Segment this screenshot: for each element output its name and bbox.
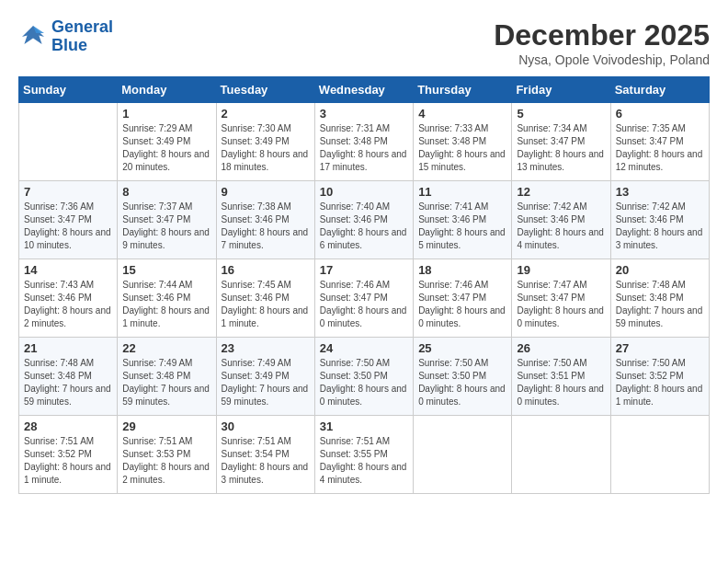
day-info: Sunrise: 7:29 AM Sunset: 3:49 PM Dayligh… — [122, 122, 210, 174]
day-info: Sunrise: 7:49 AM Sunset: 3:48 PM Dayligh… — [122, 357, 210, 408]
daylight-text: Daylight: 8 hours and 7 minutes. — [222, 227, 309, 250]
sunrise-text: Sunrise: 7:43 AM — [24, 280, 94, 290]
sunrise-text: Sunrise: 7:46 AM — [320, 280, 390, 290]
day-number: 17 — [320, 263, 408, 277]
day-info: Sunrise: 7:35 AM Sunset: 3:47 PM Dayligh… — [616, 122, 704, 174]
daylight-text: Daylight: 8 hours and 2 minutes. — [122, 462, 210, 485]
calendar-header-cell: Saturday — [610, 77, 709, 103]
calendar-day-cell: 11 Sunrise: 7:41 AM Sunset: 3:46 PM Dayl… — [414, 181, 512, 259]
day-number: 9 — [222, 185, 310, 199]
calendar-day-cell: 23 Sunrise: 7:49 AM Sunset: 3:49 PM Dayl… — [216, 338, 314, 416]
calendar-day-cell: 8 Sunrise: 7:37 AM Sunset: 3:47 PM Dayli… — [118, 181, 216, 259]
sunset-text: Sunset: 3:49 PM — [122, 136, 190, 146]
day-number: 21 — [24, 341, 112, 355]
daylight-text: Daylight: 8 hours and 4 minutes. — [320, 462, 407, 485]
daylight-text: Daylight: 8 hours and 18 minutes. — [222, 149, 309, 172]
calendar-day-cell — [414, 416, 512, 494]
calendar-day-cell — [610, 416, 709, 494]
day-info: Sunrise: 7:49 AM Sunset: 3:49 PM Dayligh… — [222, 357, 310, 408]
sunset-text: Sunset: 3:48 PM — [418, 136, 486, 146]
daylight-text: Daylight: 8 hours and 20 minutes. — [122, 149, 210, 172]
day-info: Sunrise: 7:40 AM Sunset: 3:46 PM Dayligh… — [320, 201, 408, 252]
calendar-header-row: SundayMondayTuesdayWednesdayThursdayFrid… — [19, 77, 710, 103]
day-number: 22 — [122, 341, 210, 355]
sunset-text: Sunset: 3:46 PM — [24, 293, 92, 303]
sunset-text: Sunset: 3:47 PM — [320, 293, 388, 303]
sunrise-text: Sunrise: 7:49 AM — [122, 358, 192, 368]
calendar-day-cell: 19 Sunrise: 7:47 AM Sunset: 3:47 PM Dayl… — [512, 259, 610, 338]
day-number: 13 — [616, 185, 704, 199]
calendar-day-cell: 12 Sunrise: 7:42 AM Sunset: 3:46 PM Dayl… — [512, 181, 610, 259]
calendar-day-cell — [512, 416, 610, 494]
calendar-week-row: 14 Sunrise: 7:43 AM Sunset: 3:46 PM Dayl… — [19, 259, 710, 338]
calendar-day-cell: 16 Sunrise: 7:45 AM Sunset: 3:46 PM Dayl… — [216, 259, 314, 338]
sunset-text: Sunset: 3:54 PM — [222, 449, 290, 459]
day-info: Sunrise: 7:47 AM Sunset: 3:47 PM Dayligh… — [517, 279, 605, 330]
day-number: 23 — [222, 341, 310, 355]
sunrise-text: Sunrise: 7:37 AM — [122, 201, 192, 212]
sunrise-text: Sunrise: 7:47 AM — [517, 280, 586, 290]
sunset-text: Sunset: 3:48 PM — [320, 136, 388, 146]
daylight-text: Daylight: 8 hours and 0 minutes. — [418, 384, 506, 407]
day-info: Sunrise: 7:51 AM Sunset: 3:55 PM Dayligh… — [320, 435, 408, 487]
calendar-body: 1 Sunrise: 7:29 AM Sunset: 3:49 PM Dayli… — [19, 103, 710, 494]
sunset-text: Sunset: 3:46 PM — [222, 293, 290, 303]
day-info: Sunrise: 7:42 AM Sunset: 3:46 PM Dayligh… — [517, 201, 605, 252]
sunrise-text: Sunrise: 7:50 AM — [616, 358, 686, 368]
sunrise-text: Sunrise: 7:42 AM — [616, 201, 686, 212]
calendar-day-cell: 31 Sunrise: 7:51 AM Sunset: 3:55 PM Dayl… — [314, 416, 413, 494]
title-block: December 2025 Nysa, Opole Voivodeship, P… — [494, 18, 710, 67]
sunrise-text: Sunrise: 7:51 AM — [222, 436, 291, 446]
calendar-day-cell: 18 Sunrise: 7:46 AM Sunset: 3:47 PM Dayl… — [414, 259, 512, 338]
calendar-header-cell: Monday — [118, 77, 216, 103]
page-header: General Blue December 2025 Nysa, Opole V… — [18, 18, 710, 67]
day-number: 2 — [222, 107, 310, 121]
calendar-day-cell: 29 Sunrise: 7:51 AM Sunset: 3:53 PM Dayl… — [118, 416, 216, 494]
calendar-day-cell: 14 Sunrise: 7:43 AM Sunset: 3:46 PM Dayl… — [19, 259, 118, 338]
calendar-day-cell: 27 Sunrise: 7:50 AM Sunset: 3:52 PM Dayl… — [610, 338, 709, 416]
calendar-day-cell: 24 Sunrise: 7:50 AM Sunset: 3:50 PM Dayl… — [314, 338, 413, 416]
day-number: 1 — [122, 107, 210, 121]
calendar-day-cell: 9 Sunrise: 7:38 AM Sunset: 3:46 PM Dayli… — [216, 181, 314, 259]
calendar-day-cell: 15 Sunrise: 7:44 AM Sunset: 3:46 PM Dayl… — [118, 259, 216, 338]
sunset-text: Sunset: 3:46 PM — [517, 214, 585, 224]
calendar-day-cell: 6 Sunrise: 7:35 AM Sunset: 3:47 PM Dayli… — [610, 103, 709, 181]
daylight-text: Daylight: 8 hours and 0 minutes. — [517, 305, 604, 328]
sunset-text: Sunset: 3:50 PM — [320, 371, 388, 381]
sunrise-text: Sunrise: 7:49 AM — [222, 358, 291, 368]
daylight-text: Daylight: 8 hours and 10 minutes. — [24, 227, 111, 250]
sunset-text: Sunset: 3:51 PM — [517, 371, 585, 381]
sunrise-text: Sunrise: 7:46 AM — [418, 280, 488, 290]
calendar-header-cell: Tuesday — [216, 77, 314, 103]
calendar-day-cell: 25 Sunrise: 7:50 AM Sunset: 3:50 PM Dayl… — [414, 338, 512, 416]
daylight-text: Daylight: 7 hours and 59 minutes. — [616, 305, 703, 328]
daylight-text: Daylight: 7 hours and 59 minutes. — [24, 384, 111, 407]
sunrise-text: Sunrise: 7:51 AM — [24, 436, 94, 446]
calendar-day-cell: 4 Sunrise: 7:33 AM Sunset: 3:48 PM Dayli… — [414, 103, 512, 181]
calendar-day-cell: 28 Sunrise: 7:51 AM Sunset: 3:52 PM Dayl… — [19, 416, 118, 494]
daylight-text: Daylight: 8 hours and 2 minutes. — [24, 305, 111, 328]
daylight-text: Daylight: 8 hours and 0 minutes. — [320, 305, 407, 328]
day-number: 26 — [517, 341, 605, 355]
sunrise-text: Sunrise: 7:36 AM — [24, 201, 94, 212]
sunrise-text: Sunrise: 7:51 AM — [320, 436, 390, 446]
sunset-text: Sunset: 3:53 PM — [122, 449, 190, 459]
day-info: Sunrise: 7:42 AM Sunset: 3:46 PM Dayligh… — [616, 201, 704, 252]
daylight-text: Daylight: 7 hours and 59 minutes. — [222, 384, 309, 407]
sunrise-text: Sunrise: 7:33 AM — [418, 123, 488, 133]
daylight-text: Daylight: 8 hours and 0 minutes. — [418, 305, 506, 328]
daylight-text: Daylight: 8 hours and 6 minutes. — [320, 227, 407, 250]
calendar-day-cell: 5 Sunrise: 7:34 AM Sunset: 3:47 PM Dayli… — [512, 103, 610, 181]
day-info: Sunrise: 7:43 AM Sunset: 3:46 PM Dayligh… — [24, 279, 112, 330]
sunrise-text: Sunrise: 7:34 AM — [517, 123, 586, 133]
day-number: 4 — [418, 107, 506, 121]
calendar-header-cell: Wednesday — [314, 77, 413, 103]
sunrise-text: Sunrise: 7:35 AM — [616, 123, 686, 133]
sunset-text: Sunset: 3:48 PM — [24, 371, 92, 381]
logo-text: General Blue — [51, 18, 113, 55]
svg-marker-0 — [22, 26, 44, 44]
calendar-week-row: 1 Sunrise: 7:29 AM Sunset: 3:49 PM Dayli… — [19, 103, 710, 181]
day-info: Sunrise: 7:37 AM Sunset: 3:47 PM Dayligh… — [122, 201, 210, 252]
day-number: 16 — [222, 263, 310, 277]
sunrise-text: Sunrise: 7:30 AM — [222, 123, 291, 133]
